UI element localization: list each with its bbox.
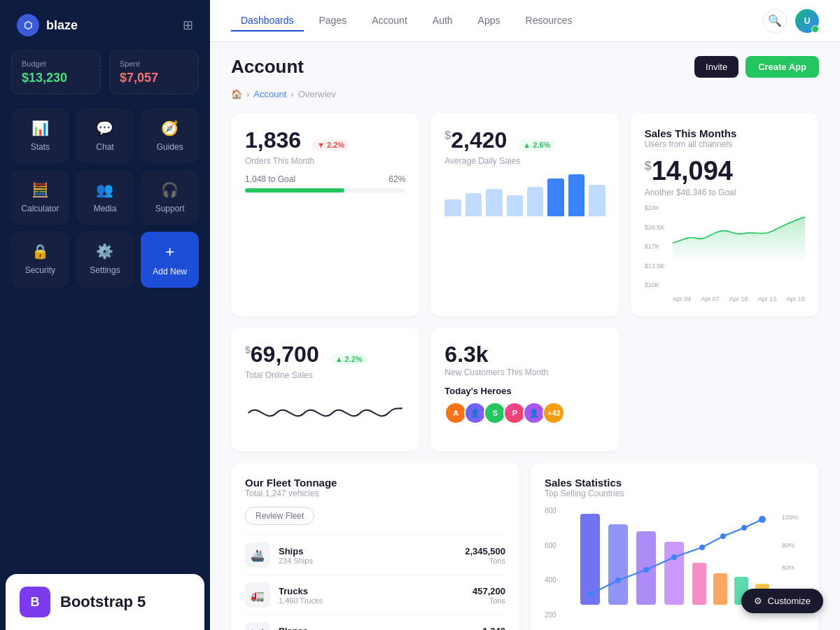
sales-month-card: Sales This Months Users from all channel… (631, 113, 819, 316)
settings-label: Settings (90, 265, 120, 275)
x-label-4: Apr 13 (758, 295, 777, 302)
hero-avatar-count: +42 (542, 402, 565, 424)
breadcrumb-separator: › (246, 89, 249, 99)
bootstrap-label: Bootstrap 5 (60, 593, 146, 611)
orders-label: Orders This Month (245, 156, 405, 166)
tab-resources[interactable]: Resources (516, 10, 582, 31)
sidebar-item-add-new[interactable]: + Add New (141, 232, 199, 288)
x-label-1: Apr 04 (673, 295, 692, 302)
breadcrumb-separator2: › (290, 89, 293, 99)
sales-stats-sub: Top Selling Countries (545, 489, 805, 498)
svg-point-15 (759, 516, 766, 523)
online-sales-number: $69,700 (245, 342, 319, 368)
tab-apps[interactable]: Apps (468, 10, 510, 31)
menu-icon[interactable]: ⊞ (183, 18, 193, 33)
tab-account[interactable]: Account (362, 10, 417, 31)
user-avatar[interactable]: U (795, 9, 819, 33)
sidebar-item-security[interactable]: 🔒 Security (11, 232, 69, 288)
sidebar-item-chat[interactable]: 💬 Chat (76, 108, 134, 163)
progress-fill (245, 188, 344, 192)
y-label-4: $13.5K (645, 262, 673, 270)
home-icon: 🏠 (231, 89, 242, 99)
fleet-row-planes: ✈️ Planes 8 Aircrafts 1,240 Tons (245, 615, 505, 630)
daily-sales-chart (444, 174, 605, 216)
add-new-label: Add New (153, 267, 187, 276)
tab-pages[interactable]: Pages (309, 10, 357, 31)
x-label-2: Apr 07 (701, 295, 720, 302)
tab-dashboards[interactable]: Dashboards (231, 10, 304, 31)
breadcrumb: 🏠 › Account › Overwiev (231, 89, 819, 99)
page-header: Account Invite Create App (231, 56, 819, 78)
planes-tons: 1,240 (482, 626, 505, 631)
page-title: Account (231, 56, 304, 78)
customize-button[interactable]: ⚙ Customize (741, 589, 823, 613)
sidebar-item-media[interactable]: 👥 Media (76, 170, 134, 225)
new-customers-card: 6.3k New Customers This Month Today's He… (430, 328, 619, 451)
orders-number: 1,836 (245, 127, 301, 153)
orders-progress: 1,048 to Goal 62% (245, 174, 405, 192)
svg-point-8 (587, 592, 593, 597)
orders-badge: ▼ 2.2% (312, 139, 349, 150)
media-icon: 👥 (96, 181, 113, 198)
daily-sales-badge: ▲ 2.6% (518, 139, 555, 150)
progress-bg (245, 188, 405, 192)
bottom-grid: Our Fleet Tonnage Total 1,247 vehicles R… (231, 463, 819, 630)
spent-label: Spent (120, 59, 188, 68)
stats-row-2: $69,700 ▲ 2.2% Total Online Sales 6.3k N… (231, 328, 819, 451)
planes-icon: ✈️ (245, 622, 270, 630)
customize-label: Customize (768, 596, 811, 606)
page-content: Account Invite Create App 🏠 › Account › … (210, 42, 840, 630)
spent-card: Spent $7,057 (109, 50, 199, 94)
y-label-5: $10K (645, 281, 673, 288)
security-icon: 🔒 (31, 243, 49, 260)
ships-info: Ships 234 Ships (279, 546, 456, 565)
ships-tons: 2,345,500 (465, 546, 505, 556)
customize-icon: ⚙ (754, 596, 762, 606)
bootstrap-logo: B (20, 587, 50, 617)
y-label-2: $20.5K (645, 224, 673, 231)
sidebar-item-guides[interactable]: 🧭 Guides (141, 108, 199, 163)
search-button[interactable]: 🔍 (763, 9, 787, 33)
create-app-button[interactable]: Create App (746, 56, 819, 78)
fleet-title: Our Fleet Tonnage (245, 477, 505, 489)
sidebar-item-settings[interactable]: ⚙️ Settings (76, 232, 134, 288)
svg-rect-3 (664, 542, 684, 605)
security-label: Security (25, 265, 55, 275)
ships-icon: 🚢 (245, 542, 270, 568)
trucks-tons: 457,200 (472, 586, 505, 596)
trucks-count: 1,460 Trucks (279, 596, 464, 605)
svg-point-11 (671, 554, 677, 560)
breadcrumb-account[interactable]: Account (253, 89, 286, 99)
sales-big-number: $14,094 (645, 156, 805, 186)
sidebar-item-support[interactable]: 🎧 Support (141, 170, 199, 225)
logo-icon: ⬡ (17, 14, 39, 36)
budget-card: Budget $13,230 (11, 50, 101, 94)
online-sales-badge: ▲ 2.2% (330, 354, 368, 365)
svg-point-12 (699, 545, 705, 550)
budget-value: $13,230 (22, 71, 90, 85)
svg-point-9 (615, 578, 621, 583)
trucks-name: Trucks (279, 586, 464, 596)
fleet-card: Our Fleet Tonnage Total 1,247 vehicles R… (231, 463, 519, 630)
top-nav-actions: 🔍 U (763, 9, 819, 33)
review-fleet-button[interactable]: Review Fleet (245, 507, 314, 525)
y-label-1: $24K (645, 204, 673, 211)
stats-label: Stats (31, 142, 50, 152)
invite-button[interactable]: Invite (694, 56, 738, 78)
svg-text:60%: 60% (782, 564, 794, 571)
chat-icon: 💬 (96, 120, 113, 136)
tab-auth[interactable]: Auth (423, 10, 463, 31)
planes-info: Planes 8 Aircrafts (279, 626, 474, 631)
sidebar-item-calculator[interactable]: 🧮 Calculator (11, 170, 69, 225)
support-icon: 🎧 (161, 181, 178, 198)
new-customers-number: 6.3k (444, 342, 488, 367)
page-actions: Invite Create App (694, 56, 819, 78)
sidebar-item-stats[interactable]: 📊 Stats (11, 108, 69, 163)
add-new-icon: + (165, 243, 174, 261)
bar-2 (465, 193, 482, 216)
y-label-3: $17K (645, 243, 673, 250)
new-customers-label: New Customers This Month (444, 368, 605, 377)
daily-sales-label: Average Daily Sales (444, 156, 605, 166)
trucks-value: 457,200 Tons (472, 586, 505, 605)
planes-name: Planes (279, 626, 474, 631)
